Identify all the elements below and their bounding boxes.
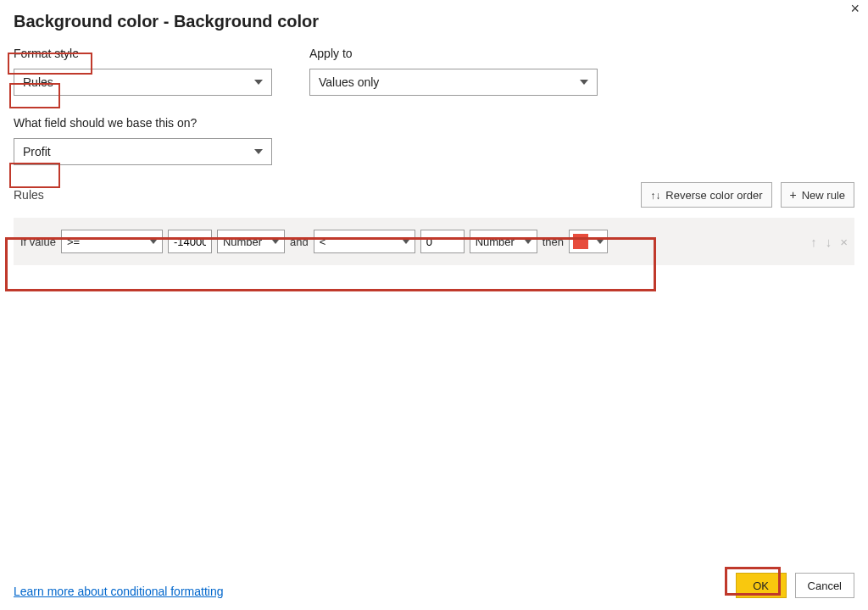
and-label: and xyxy=(290,236,309,248)
reverse-label: Reverse color order xyxy=(665,189,762,202)
rule-row: If value >= Number and < Number then ↑ ↓… xyxy=(14,218,854,265)
delete-rule-icon[interactable]: × xyxy=(840,235,848,249)
new-rule-button[interactable]: New rule xyxy=(781,182,854,208)
apply-to-select[interactable]: Values only xyxy=(309,69,598,96)
rule-op1-value: >= xyxy=(67,236,80,248)
format-style-label: Format style xyxy=(14,47,272,60)
move-up-icon[interactable]: ↑ xyxy=(810,235,817,249)
apply-to-label: Apply to xyxy=(309,47,598,60)
chevron-down-icon xyxy=(150,240,157,244)
rule-op2-select[interactable]: < xyxy=(314,230,415,253)
chevron-down-icon xyxy=(580,80,588,85)
format-style-value: Rules xyxy=(23,75,53,89)
reverse-color-order-button[interactable]: Reverse color order xyxy=(641,182,771,208)
if-value-label: If value xyxy=(20,236,56,248)
base-field-label: What field should we base this on? xyxy=(14,116,854,130)
chevron-down-icon xyxy=(403,240,409,244)
apply-to-value: Values only xyxy=(319,75,379,89)
base-field-select[interactable]: Profit xyxy=(14,138,272,165)
cancel-button[interactable]: Cancel xyxy=(795,573,854,598)
close-icon[interactable]: × xyxy=(850,0,860,18)
rules-section-label: Rules xyxy=(14,188,44,202)
rule-type2-select[interactable]: Number xyxy=(470,230,537,253)
chevron-down-icon xyxy=(254,149,263,154)
rule-color-picker[interactable] xyxy=(569,230,608,253)
then-label: then xyxy=(542,236,564,248)
format-style-select[interactable]: Rules xyxy=(14,69,272,96)
move-down-icon[interactable]: ↓ xyxy=(826,235,832,249)
rule-type1-value: Number xyxy=(223,236,262,248)
chevron-down-icon xyxy=(254,80,263,85)
color-swatch xyxy=(573,234,588,249)
base-field-value: Profit xyxy=(23,145,51,158)
rule-op2-value: < xyxy=(320,236,326,248)
chevron-down-icon xyxy=(525,240,531,244)
reverse-icon xyxy=(650,189,660,202)
rule-op1-select[interactable]: >= xyxy=(61,230,163,253)
chevron-down-icon xyxy=(597,240,604,244)
new-rule-label: New rule xyxy=(802,189,845,202)
learn-more-link[interactable]: Learn more about conditional formatting xyxy=(14,585,223,598)
rule-val2-input[interactable] xyxy=(420,230,465,253)
rule-val1-input[interactable] xyxy=(168,230,212,253)
ok-button[interactable]: OK xyxy=(736,573,787,598)
rule-type1-select[interactable]: Number xyxy=(217,230,285,253)
dialog-title: Background color - Background color xyxy=(14,12,854,31)
chevron-down-icon xyxy=(272,240,279,244)
plus-icon xyxy=(790,188,797,202)
rule-type2-value: Number xyxy=(476,236,515,248)
